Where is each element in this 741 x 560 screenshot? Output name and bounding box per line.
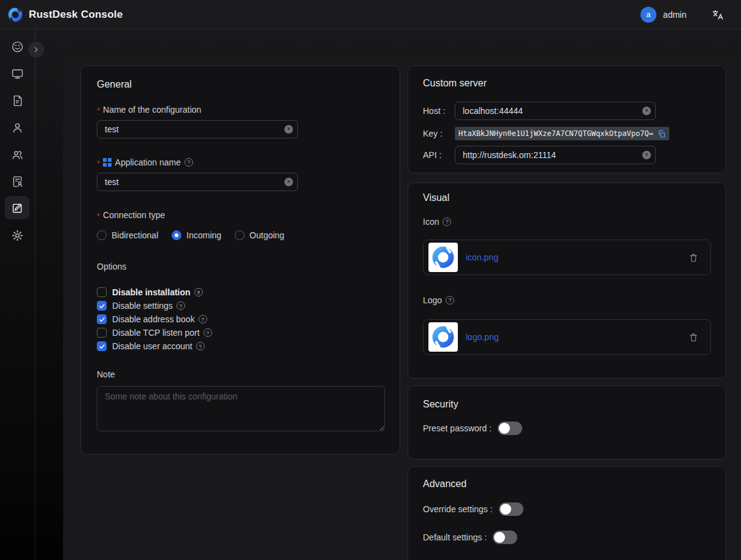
copy-icon[interactable] — [658, 130, 666, 138]
sidebar-item-user-group[interactable] — [5, 143, 29, 166]
checkbox-checked-icon[interactable] — [97, 341, 107, 351]
required-asterisk: * — [97, 211, 100, 222]
help-icon[interactable]: ? — [443, 218, 451, 226]
checkbox-unchecked-icon[interactable] — [97, 287, 107, 297]
sidebar-item-user[interactable] — [5, 116, 29, 139]
help-icon[interactable]: ? — [194, 288, 203, 297]
options-list: Disable installation ? Disable settings … — [97, 286, 384, 353]
option-disable-settings[interactable]: Disable settings ? — [97, 299, 384, 312]
help-icon[interactable]: ? — [203, 328, 212, 337]
radio-icon — [97, 230, 107, 240]
application-name-input[interactable] — [97, 173, 298, 191]
avatar[interactable]: a — [640, 7, 656, 23]
trash-icon[interactable] — [689, 253, 698, 262]
note-label: Note — [97, 369, 384, 380]
connection-type-group: Bidirectional Incoming Outgoing — [97, 229, 384, 241]
radio-outgoing[interactable]: Outgoing — [235, 230, 284, 240]
option-disable-installation[interactable]: Disable installation ? — [97, 286, 384, 299]
note-textarea[interactable] — [97, 386, 385, 431]
edit-icon — [11, 202, 24, 214]
gear-icon — [11, 229, 24, 242]
rustdesk-logo-icon — [7, 7, 23, 23]
help-icon[interactable]: ? — [446, 296, 454, 305]
server-key-value: HtaXBkJNHyn0e1U1jWXze7A7CN7QTGWqxkOtpaVp… — [455, 127, 669, 140]
key-label: Key : — [423, 129, 455, 138]
sidebar-item-monitor[interactable] — [5, 62, 29, 85]
icon-label: Icon ? — [423, 216, 711, 227]
help-icon[interactable]: ? — [184, 158, 193, 167]
sidebar-item-settings[interactable] — [5, 224, 29, 247]
trash-icon[interactable] — [689, 333, 698, 342]
monitor-icon — [11, 67, 24, 80]
user-icon — [11, 121, 24, 134]
application-name-label: * Application name ? — [97, 157, 384, 168]
default-settings-label: Default settings : — [423, 532, 487, 542]
checkbox-checked-icon[interactable] — [97, 301, 107, 311]
custom-server-title: Custom server — [423, 77, 711, 89]
required-asterisk: * — [97, 158, 100, 169]
help-icon[interactable]: ? — [199, 315, 207, 324]
visual-card: Visual Icon ? icon.png — [408, 183, 726, 379]
icon-upload-box: icon.png — [423, 240, 711, 275]
radio-incoming[interactable]: Incoming — [172, 230, 221, 240]
help-icon[interactable]: ? — [177, 301, 185, 310]
logo-file-link[interactable]: logo.png — [466, 332, 499, 342]
host-label: Host : — [423, 106, 455, 116]
logo-thumbnail — [428, 322, 458, 352]
radio-bidirectional[interactable]: Bidirectional — [97, 230, 158, 240]
radio-icon — [235, 230, 245, 240]
clear-icon[interactable]: ✕ — [284, 178, 293, 186]
sidebar-item-smiley[interactable] — [5, 35, 29, 58]
default-settings-toggle[interactable] — [493, 531, 517, 544]
document-user-icon — [11, 175, 24, 188]
config-name-input[interactable] — [97, 120, 298, 138]
radio-selected-icon — [172, 230, 181, 240]
brand: RustDesk Console — [7, 7, 123, 23]
general-title: General — [97, 78, 384, 91]
option-disable-address-book[interactable]: Disable address book ? — [97, 312, 384, 326]
host-row: Host : ✕ — [423, 102, 711, 120]
preset-password-label: Preset password : — [423, 423, 492, 433]
logo-label: Logo ? — [423, 295, 711, 306]
preset-password-toggle[interactable] — [498, 422, 522, 435]
general-card: General * Name of the configuration ✕ * … — [80, 66, 400, 455]
host-input[interactable] — [455, 102, 656, 120]
override-settings-row: Override settings : — [423, 500, 711, 518]
sidebar-item-document-user[interactable] — [5, 170, 29, 193]
options-label: Options — [97, 261, 384, 272]
app-title: RustDesk Console — [29, 9, 123, 21]
translate-icon[interactable] — [712, 9, 724, 21]
main-content: General * Name of the configuration ✕ * … — [63, 55, 741, 560]
logo-upload-box: logo.png — [423, 319, 711, 355]
key-row: Key : HtaXBkJNHyn0e1U1jWXze7A7CN7QTGWqxk… — [423, 127, 711, 140]
icon-file-link[interactable]: icon.png — [466, 252, 498, 262]
advanced-card: Advanced Override settings : Default set… — [408, 466, 726, 560]
config-name-label: * Name of the configuration — [97, 104, 384, 115]
required-asterisk: * — [97, 105, 100, 116]
api-label: API : — [423, 150, 455, 160]
document-icon — [11, 94, 24, 107]
checkbox-unchecked-icon[interactable] — [97, 328, 107, 338]
clear-icon[interactable]: ✕ — [642, 107, 651, 115]
option-disable-tcp-listen-port[interactable]: Disable TCP listen port ? — [97, 326, 384, 339]
help-icon[interactable]: ? — [196, 342, 205, 350]
icon-thumbnail — [428, 243, 458, 272]
advanced-title: Advanced — [423, 478, 711, 490]
sidebar-expand-button[interactable] — [28, 42, 44, 58]
override-settings-toggle[interactable] — [499, 502, 523, 516]
sidebar-item-edit[interactable] — [5, 196, 29, 219]
option-disable-user-account[interactable]: Disable user account ? — [97, 339, 384, 353]
smiley-icon — [11, 40, 24, 53]
sidebar-item-document[interactable] — [5, 89, 29, 112]
clear-icon[interactable]: ✕ — [642, 151, 651, 159]
visual-title: Visual — [423, 192, 711, 204]
connection-type-label: * Connection type — [97, 210, 384, 221]
user-name[interactable]: admin — [663, 10, 686, 20]
checkbox-checked-icon[interactable] — [97, 314, 107, 324]
sidebar — [0, 29, 36, 560]
clear-icon[interactable]: ✕ — [284, 125, 293, 134]
override-settings-label: Override settings : — [423, 504, 493, 514]
windows-icon — [103, 158, 112, 167]
api-input[interactable] — [455, 146, 656, 164]
security-card: Security Preset password : — [408, 385, 726, 460]
